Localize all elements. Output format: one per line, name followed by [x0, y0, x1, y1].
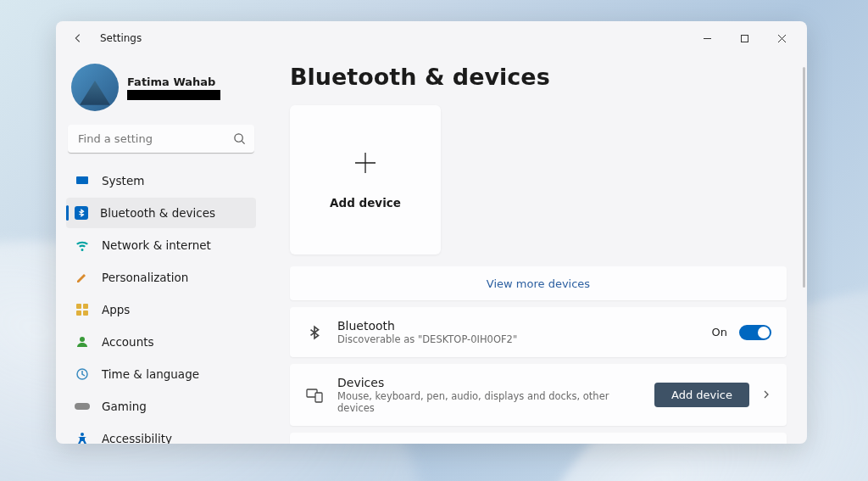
nav-system[interactable]: System — [66, 165, 256, 196]
row-subtitle: Mouse, keyboard, pen, audio, displays an… — [337, 390, 641, 414]
profile-section[interactable]: Fatima Wahab — [66, 55, 256, 121]
close-button[interactable] — [763, 25, 800, 52]
back-button[interactable] — [66, 26, 90, 50]
minimize-button[interactable] — [688, 25, 726, 52]
apps-icon — [75, 302, 90, 317]
accounts-icon — [75, 334, 90, 350]
svg-rect-7 — [76, 304, 81, 309]
svg-rect-9 — [76, 310, 81, 316]
nav-accounts[interactable]: Accounts — [66, 327, 256, 357]
nav-bluetooth-devices[interactable]: Bluetooth & devices — [66, 198, 256, 228]
nav-personalization[interactable]: Personalization — [66, 262, 256, 293]
search-field[interactable] — [68, 125, 254, 154]
search-input[interactable] — [68, 125, 254, 154]
scrollbar[interactable] — [803, 67, 805, 288]
maximize-button[interactable] — [726, 25, 763, 52]
nav-label: Time & language — [102, 367, 199, 381]
svg-point-4 — [235, 134, 242, 142]
bluetooth-icon — [305, 325, 324, 340]
devices-row[interactable]: Devices Mouse, keyboard, pen, audio, dis… — [290, 364, 787, 426]
add-device-label: Add device — [330, 196, 401, 210]
view-more-devices[interactable]: View more devices — [290, 266, 787, 300]
personalization-icon — [75, 270, 90, 285]
page-title: Bluetooth & devices — [290, 64, 787, 90]
nav-accessibility[interactable]: Accessibility — [66, 423, 256, 444]
svg-rect-6 — [76, 176, 88, 184]
gaming-icon — [75, 399, 90, 414]
add-device-tile[interactable]: Add device — [290, 105, 441, 254]
nav-label: Network & internet — [102, 238, 211, 252]
nav: System Bluetooth & devices Network & int… — [66, 165, 256, 444]
main-content: Bluetooth & devices Add device View more… — [266, 55, 807, 444]
nav-label: Personalization — [102, 271, 188, 284]
network-icon — [75, 238, 90, 253]
chevron-right-icon — [761, 387, 771, 403]
nav-label: Accessibility — [102, 432, 172, 444]
svg-point-11 — [80, 337, 85, 342]
search-icon — [233, 132, 246, 148]
accessibility-icon — [75, 431, 90, 444]
svg-rect-1 — [741, 35, 748, 42]
nav-gaming[interactable]: Gaming — [66, 391, 256, 422]
toggle-state: On — [712, 326, 727, 338]
nav-label: Bluetooth & devices — [100, 206, 215, 220]
nav-label: Accounts — [102, 335, 154, 349]
svg-rect-8 — [83, 304, 88, 309]
system-icon — [75, 173, 90, 188]
svg-rect-13 — [75, 403, 90, 410]
bluetooth-toggle[interactable] — [739, 325, 771, 340]
svg-point-14 — [81, 433, 84, 436]
row-title: Bluetooth — [337, 319, 698, 333]
nav-time-language[interactable]: Time & language — [66, 359, 256, 389]
plus-icon — [353, 151, 377, 181]
sidebar: Fatima Wahab System Bluetooth & devices — [56, 55, 266, 444]
view-more-label: View more devices — [487, 277, 590, 290]
bluetooth-icon — [75, 206, 88, 220]
nav-label: Apps — [102, 303, 130, 316]
add-device-button[interactable]: Add device — [654, 383, 749, 407]
svg-rect-18 — [315, 393, 322, 402]
nav-label: System — [102, 174, 144, 187]
row-subtitle: Discoverable as "DESKTOP-0IH0OF2" — [337, 333, 698, 345]
devices-icon — [305, 388, 324, 403]
row-title: Devices — [337, 376, 641, 389]
profile-name: Fatima Wahab — [127, 76, 220, 88]
bluetooth-row[interactable]: Bluetooth Discoverable as "DESKTOP-0IH0O… — [290, 307, 787, 357]
window-title: Settings — [100, 32, 142, 44]
svg-line-5 — [242, 141, 244, 143]
svg-rect-10 — [83, 310, 88, 316]
time-language-icon — [75, 366, 90, 382]
titlebar: Settings — [56, 21, 807, 55]
avatar — [71, 64, 119, 111]
settings-window: Settings Fatima Wahab — [56, 21, 807, 444]
profile-email-redacted — [127, 90, 220, 100]
nav-label: Gaming — [102, 400, 147, 413]
nav-network[interactable]: Network & internet — [66, 230, 256, 260]
nav-apps[interactable]: Apps — [66, 294, 256, 325]
printers-row[interactable]: Printers & scanners Preferences, trouble… — [290, 433, 787, 444]
